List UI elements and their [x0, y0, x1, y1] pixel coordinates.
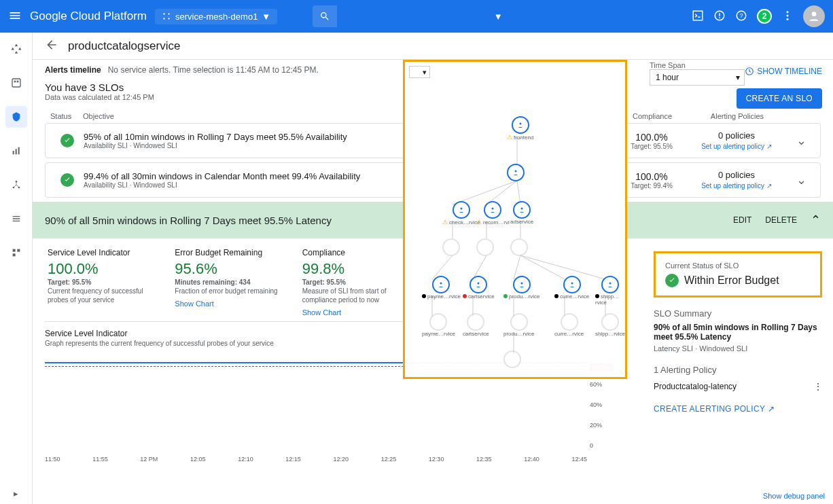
setup-policy-link[interactable]: Set up alerting policy ↗ [701, 182, 772, 190]
cloud-shell-icon[interactable] [692, 10, 704, 24]
rail-anthos-icon[interactable] [5, 38, 27, 60]
expand-icon[interactable]: ⌄ [787, 133, 815, 148]
chart-title: Service Level Indicator [45, 329, 412, 338]
svg-point-46 [521, 208, 523, 210]
svg-point-48 [478, 283, 480, 285]
search-bar[interactable] [313, 5, 485, 27]
svg-point-43 [515, 170, 517, 173]
svg-rect-12 [14, 81, 16, 83]
timespan-label: Time Span [650, 61, 745, 69]
svg-rect-20 [12, 249, 15, 252]
brand-label: Google Cloud Platform [30, 10, 147, 23]
svg-point-8 [787, 14, 789, 16]
slo-status-card: Current Status of SLO Within Error Budge… [654, 251, 822, 298]
svg-point-3 [168, 18, 169, 19]
back-arrow-icon[interactable] [45, 38, 58, 54]
project-selector[interactable]: service-mesh-demo1 ▼ [155, 9, 277, 24]
search-dropdown-icon[interactable]: ▼ [494, 12, 503, 22]
svg-point-45 [492, 208, 494, 210]
right-panel: Current Status of SLO Within Error Budge… [643, 251, 833, 414]
rail-list-icon[interactable] [5, 208, 27, 230]
rail-metrics-icon[interactable] [5, 140, 27, 162]
notifications-icon[interactable] [713, 10, 726, 24]
search-icon[interactable] [313, 5, 337, 27]
timespan-selector[interactable]: Time Span 1 hour [650, 61, 745, 86]
svg-point-44 [460, 208, 462, 210]
summary-title: 90% of all 5min windows in Rolling 7 Day… [654, 323, 822, 342]
rail-dashboards-icon[interactable] [5, 72, 27, 94]
gift-badge[interactable]: 2 [757, 9, 772, 24]
edit-button[interactable]: EDIT [733, 215, 751, 225]
svg-rect-21 [17, 249, 20, 252]
rail-services-icon[interactable] [5, 106, 27, 128]
check-icon [60, 173, 74, 187]
more-icon[interactable]: ⋮ [814, 382, 822, 391]
project-name: service-mesh-demo1 [175, 12, 258, 22]
help-icon[interactable]: ? [735, 10, 747, 24]
delete-button[interactable]: DELETE [765, 215, 797, 225]
svg-point-10 [812, 12, 817, 16]
summary-sub: Latency SLI · Windowed SLI [654, 344, 822, 353]
check-icon [60, 134, 74, 147]
rail-topology-icon[interactable] [5, 174, 27, 196]
svg-rect-14 [12, 151, 14, 154]
chevron-down-icon: ▼ [262, 12, 270, 22]
menu-icon[interactable] [8, 9, 22, 24]
svg-point-2 [163, 18, 164, 19]
svg-rect-13 [16, 81, 18, 83]
check-icon [665, 274, 679, 287]
show-timeline-link[interactable]: SHOW TIMELINE [745, 67, 822, 76]
svg-point-47 [440, 283, 442, 285]
svg-point-42 [519, 123, 521, 125]
more-icon[interactable] [781, 10, 794, 24]
svg-point-50 [571, 283, 573, 285]
policy-name[interactable]: Productcatalog-latency [654, 382, 737, 391]
rail-grid-icon[interactable] [5, 242, 27, 264]
collapse-icon[interactable]: ⌃ [811, 213, 821, 228]
svg-rect-16 [18, 147, 19, 155]
svg-point-9 [787, 18, 789, 20]
debug-panel-link[interactable]: Show debug panel [763, 492, 825, 500]
create-alerting-policy-link[interactable]: CREATE ALERTING POLICY ↗ [654, 404, 775, 414]
expand-icon[interactable]: ⌄ [787, 173, 815, 187]
avatar[interactable] [803, 5, 825, 27]
svg-text:?: ? [740, 12, 743, 19]
svg-point-0 [163, 13, 164, 14]
svg-point-49 [520, 283, 522, 285]
setup-policy-link[interactable]: Set up alerting policy ↗ [701, 143, 772, 150]
page-title: productcatalogservice [68, 39, 180, 53]
svg-point-1 [168, 13, 169, 14]
timespan-value[interactable]: 1 hour [650, 69, 745, 86]
svg-point-17 [15, 181, 17, 183]
show-chart-link[interactable]: Show Chart [302, 308, 341, 317]
alerting-heading: 1 Alerting Policy [654, 365, 822, 375]
topology-graph[interactable]: frontend check…rvice recom…rvi adservice… [403, 60, 627, 379]
svg-rect-15 [15, 149, 16, 154]
chart-subtitle: Graph represents the current frequency o… [45, 340, 412, 347]
show-chart-link[interactable]: Show Chart [175, 300, 213, 308]
left-rail: ▸ [0, 33, 33, 504]
svg-point-51 [609, 283, 612, 285]
rail-expand-icon[interactable]: ▸ [14, 488, 18, 499]
svg-point-7 [787, 11, 789, 13]
create-slo-button[interactable]: CREATE AN SLO [737, 88, 822, 109]
summary-heading: SLO Summary [654, 308, 822, 319]
svg-rect-22 [12, 253, 15, 256]
svg-rect-11 [12, 79, 20, 87]
alerts-text: No service alerts. Time selection is 11:… [108, 65, 319, 75]
top-bar: Google Cloud Platform service-mesh-demo1… [0, 0, 833, 33]
alerts-label: Alerts timeline [45, 65, 101, 75]
